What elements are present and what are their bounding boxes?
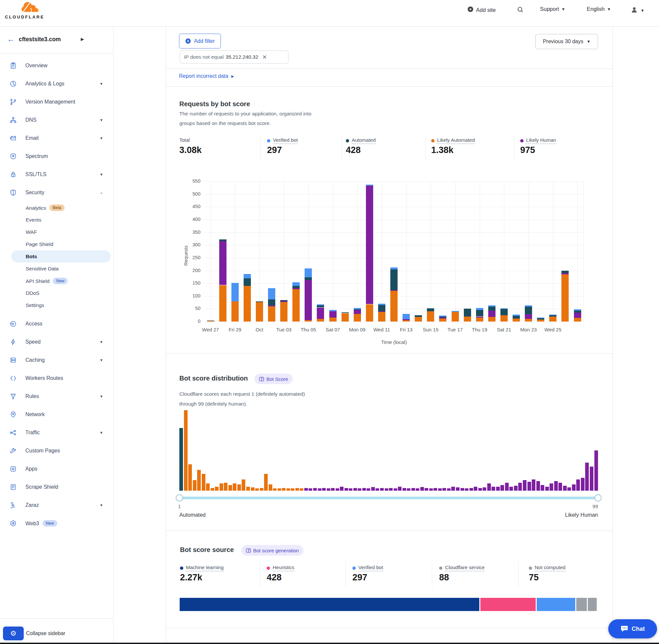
site-name[interactable]: cftestsite3.com <box>19 36 61 43</box>
preferences-button[interactable]: ⚙ <box>3 626 24 640</box>
histogram-bar <box>461 488 464 491</box>
histogram-bar <box>567 487 571 491</box>
sidebar-item-access[interactable]: Access <box>0 315 113 333</box>
histogram-bar <box>327 488 330 491</box>
bar-segment-likely-human <box>280 301 287 302</box>
bar-segment-automated <box>390 270 398 290</box>
histogram-bar <box>500 485 504 491</box>
score-slider-track[interactable] <box>179 497 598 499</box>
sidebar-subitem-settings[interactable]: Settings <box>0 299 113 311</box>
back-arrow-icon[interactable]: ← <box>7 35 15 44</box>
sidebar-item-email[interactable]: Email▼ <box>0 129 113 147</box>
bar-segment-likely-automated <box>488 317 495 322</box>
account-menu[interactable]: ▼ <box>630 6 644 15</box>
language-menu[interactable]: English▼ <box>587 6 611 12</box>
bot-score-generation-badge[interactable]: Bot score generation <box>241 545 303 556</box>
histogram-bar <box>211 488 214 491</box>
remove-filter-icon[interactable]: ✕ <box>262 54 267 61</box>
user-avatar-icon <box>630 6 638 15</box>
slider-max-value: 99 <box>582 504 598 509</box>
sidebar-item-analytics-logs[interactable]: Analytics & Logs▼ <box>0 74 113 93</box>
stat-label-verified-bot[interactable]: Verified bot <box>352 565 383 572</box>
slider-handle-max[interactable] <box>594 494 602 502</box>
sidebar-item-network[interactable]: Network <box>0 405 113 423</box>
bar-segment-likely-human <box>292 288 300 289</box>
stat-divider <box>514 135 515 160</box>
divider-filters <box>166 69 613 69</box>
sidebar-item-workers-routes[interactable]: Workers Routes <box>0 369 113 387</box>
search-button[interactable] <box>517 6 524 15</box>
bar-segment-likely-automated <box>366 304 373 322</box>
stat-label-verified-bot[interactable]: Verified bot <box>267 137 298 144</box>
sidebar-item-dns[interactable]: DNS▼ <box>0 111 113 129</box>
bar-segment-verified-bot <box>231 283 239 301</box>
sidebar-item-speed[interactable]: Speed▼ <box>0 333 113 351</box>
gridline <box>211 181 211 322</box>
histogram-bar <box>376 488 379 491</box>
sidebar-item-zaraz[interactable]: Zaraz▼ <box>0 496 113 514</box>
sidebar-item-overview[interactable]: Overview <box>0 56 113 74</box>
stat-label-not-computed[interactable]: Not computed <box>529 565 565 572</box>
rules-icon <box>9 393 17 400</box>
gridline <box>259 181 260 322</box>
sidebar-subitem-page-shield[interactable]: Page Shield <box>0 238 113 250</box>
sidebar-item-caching[interactable]: Caching▼ <box>0 351 113 369</box>
add-filter-button[interactable]: Add filter <box>179 33 221 48</box>
histogram-bar <box>492 487 495 491</box>
sidebar-subitem-sensitive-data[interactable]: Sensitive Data <box>0 262 113 275</box>
stat-label-likely-automated[interactable]: Likely Automated <box>431 137 475 144</box>
bar-segment-likely-automated <box>292 289 300 322</box>
chevron-down-icon: ▼ <box>99 394 103 398</box>
sidebar-subitem-events[interactable]: Events <box>0 214 113 226</box>
bar-segment-likely-automated <box>549 317 557 322</box>
gridline <box>578 181 578 322</box>
bar-segment-verified-bot <box>476 308 483 310</box>
stat-label-machine-learning[interactable]: Machine learning <box>180 565 223 572</box>
workers-icon <box>9 374 17 382</box>
date-range-select[interactable]: Previous 30 days▼ <box>535 34 598 49</box>
sidebar-item-traffic[interactable]: Traffic▼ <box>0 423 113 441</box>
sidebar-subitem-waf[interactable]: WAF <box>0 226 113 238</box>
bar-segment-likely-automated <box>342 313 349 322</box>
screen-bottom-edge <box>0 643 659 644</box>
support-menu[interactable]: Support▼ <box>540 6 565 12</box>
collapse-sidebar-button[interactable]: Collapse sidebar <box>26 630 65 637</box>
chevron-down-icon: ▼ <box>99 136 103 140</box>
sidebar-item-web3[interactable]: Web3New <box>0 514 113 532</box>
cloudflare-logo-text: CLOUDFLARE <box>5 15 45 20</box>
stat-value-cloudflare-service: 88 <box>439 572 449 583</box>
sidebar-item-ssl-tls[interactable]: SSL/TLS▼ <box>0 165 113 183</box>
sidebar-item-spectrum[interactable]: Spectrum <box>0 147 113 165</box>
stat-label-likely-human[interactable]: Likely Human <box>520 137 556 144</box>
stat-label-cloudflare-service[interactable]: Cloudflare service <box>439 565 485 572</box>
histogram-bar <box>296 488 299 491</box>
chevron-down-icon: ▼ <box>99 118 103 122</box>
gridline <box>406 181 406 322</box>
histogram-bar <box>251 487 255 491</box>
sidebar-item-custom-pages[interactable]: Custom Pages <box>0 441 113 460</box>
histogram-bar <box>585 463 589 491</box>
sidebar-subitem-bots[interactable]: Bots <box>0 250 113 262</box>
stat-label-heuristics[interactable]: Heuristics <box>267 565 295 572</box>
report-incorrect-data-link[interactable]: Report incorrect data▶ <box>179 73 234 79</box>
sidebar-item-apps[interactable]: Apps <box>0 460 113 478</box>
bar-segment-likely-human <box>402 319 410 320</box>
site-switcher-icon[interactable]: ▶ <box>81 37 84 42</box>
stat-value-likely-human: 975 <box>520 145 535 155</box>
dns-icon <box>9 116 17 124</box>
sidebar-item-version-management[interactable]: Version Management <box>0 93 113 111</box>
sidebar-item-security[interactable]: Security▲ <box>0 183 113 202</box>
bot-score-badge[interactable]: Bot Score <box>255 374 293 384</box>
slider-handle-min[interactable] <box>176 494 183 502</box>
sidebar-item-scrape-shield[interactable]: Scrape Shield <box>0 478 113 496</box>
histogram-bar <box>456 487 460 491</box>
stat-label-automated[interactable]: Automated <box>346 137 376 144</box>
bar-segment-likely-automated <box>305 320 312 322</box>
sidebar-subitem-ddos[interactable]: DDoS <box>0 287 113 299</box>
add-site-button[interactable]: Add site <box>467 6 496 14</box>
sidebar-subitem-api-shield[interactable]: API ShieldNew <box>0 275 113 287</box>
sidebar-item-rules[interactable]: Rules▼ <box>0 387 113 405</box>
bar-segment-likely-automated <box>561 274 569 322</box>
chat-button[interactable]: Chat <box>608 619 657 638</box>
sidebar-subitem-analytics[interactable]: AnalyticsBeta <box>0 202 113 214</box>
